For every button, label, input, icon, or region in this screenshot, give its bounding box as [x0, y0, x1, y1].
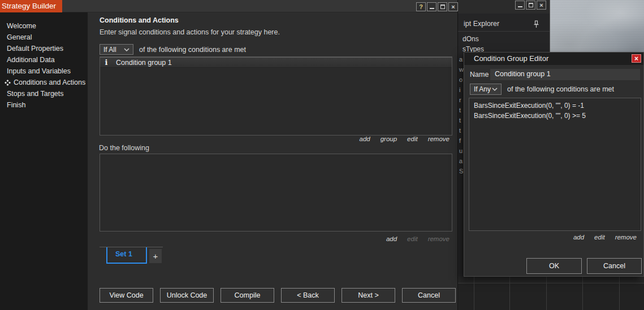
help-button[interactable]: ?: [416, 2, 426, 11]
condition-groups-list[interactable]: i Condition group 1: [100, 56, 452, 136]
condition-links: add group edit remove: [283, 136, 449, 142]
minimize-button[interactable]: [427, 2, 436, 11]
add-set-button[interactable]: +: [149, 249, 162, 263]
explorer-titlebar: ×: [458, 0, 550, 14]
edit-link[interactable]: edit: [594, 234, 605, 241]
remove-link[interactable]: remove: [428, 136, 449, 142]
strategy-builder-window: Strategy Builder ? × Welcome General Def…: [0, 0, 458, 310]
grid-line: [474, 276, 474, 310]
info-icon: i: [102, 58, 110, 67]
grid-line: [582, 276, 583, 310]
add-link[interactable]: add: [386, 235, 397, 242]
grid-line: [546, 276, 547, 310]
condition-dropdown-caption: of the following conditions are met: [139, 46, 246, 54]
sidebar-item-default-properties[interactable]: Default Properties: [0, 43, 88, 54]
grid-line: [509, 276, 510, 310]
dialog-titlebar[interactable]: Condition Group Editor ×: [464, 53, 643, 65]
condition-group-label: Condition group 1: [116, 59, 172, 67]
close-button[interactable]: ×: [448, 2, 458, 11]
screen: × ipt Explorer dOns sTypes a w o i r t t…: [0, 0, 644, 310]
close-icon: ×: [634, 55, 638, 62]
strategy-builder-titlebar[interactable]: Strategy Builder ? ×: [0, 0, 457, 12]
condition-logic-dropdown[interactable]: If All: [100, 44, 133, 55]
cancel-button[interactable]: Cancel: [402, 288, 456, 303]
back-button[interactable]: < Back: [281, 288, 335, 303]
sidebar-item-stops-targets[interactable]: Stops and Targets: [0, 88, 88, 99]
group-dropdown-caption: of the following conditions are met: [507, 85, 614, 93]
maximize-button[interactable]: [526, 1, 535, 10]
chevron-down-icon: [492, 88, 498, 91]
explorer-header-label: ipt Explorer: [464, 20, 499, 28]
group-condition-links: add edit remove: [521, 234, 637, 241]
group-conditions-list[interactable]: BarsSinceExitExecution(0, "", 0) = -1 Ba…: [469, 98, 641, 231]
cancel-button[interactable]: Cancel: [587, 258, 642, 274]
actions-label: Do the following: [99, 144, 149, 152]
sidebar-item-label: Conditions and Actions: [14, 77, 85, 88]
ok-button[interactable]: OK: [526, 258, 582, 274]
wizard-sidebar: Welcome General Default Properties Addit…: [0, 12, 88, 310]
close-button[interactable]: ×: [537, 1, 546, 10]
maximize-button[interactable]: [438, 2, 447, 11]
add-link[interactable]: add: [573, 234, 584, 241]
grid-header-row: [458, 276, 644, 283]
close-button[interactable]: ×: [632, 54, 641, 63]
add-link[interactable]: add: [359, 136, 370, 142]
condition-item[interactable]: BarsSinceExitExecution(0, "", 0) >= 5: [474, 111, 641, 121]
actions-list[interactable]: [100, 154, 452, 232]
chevron-down-icon: [124, 48, 129, 51]
close-icon: ×: [539, 2, 543, 8]
condition-group-row[interactable]: i Condition group 1: [100, 57, 452, 68]
sidebar-item-welcome[interactable]: Welcome: [0, 20, 88, 32]
condition-group-editor-dialog: Condition Group Editor × Name Condition …: [464, 52, 644, 277]
name-field[interactable]: Condition group 1: [490, 69, 640, 80]
remove-link[interactable]: remove: [615, 234, 637, 241]
minimize-icon: [430, 5, 434, 9]
edit-link[interactable]: edit: [407, 235, 418, 242]
grid-line: [619, 276, 620, 310]
maximize-icon: [529, 3, 533, 7]
maximize-icon: [440, 5, 445, 9]
condition-item[interactable]: BarsSinceExitExecution(0, "", 0) = -1: [474, 101, 641, 111]
sidebar-item-inputs-variables[interactable]: Inputs and Variables: [0, 66, 88, 77]
unlock-code-button[interactable]: Unlock Code: [160, 288, 214, 303]
compile-button[interactable]: Compile: [221, 288, 274, 303]
dropdown-value: If All: [103, 46, 116, 54]
window-title: Strategy Builder: [0, 0, 62, 12]
dropdown-value: If Any: [474, 85, 491, 93]
tree-item[interactable]: dOns: [463, 35, 479, 43]
sidebar-item-additional-data[interactable]: Additional Data: [0, 54, 88, 66]
action-links: add edit remove: [317, 235, 449, 242]
help-icon: ?: [419, 4, 423, 10]
next-button[interactable]: Next >: [342, 288, 395, 303]
sidebar-item-finish[interactable]: Finish: [0, 99, 88, 111]
background-data-grid: [458, 276, 644, 310]
view-code-button[interactable]: View Code: [100, 288, 153, 303]
group-link[interactable]: group: [381, 136, 397, 142]
pin-icon[interactable]: [534, 20, 539, 30]
close-icon: ×: [451, 4, 455, 10]
name-label: Name: [470, 71, 489, 78]
sidebar-item-conditions-actions[interactable]: Conditions and Actions: [0, 77, 88, 88]
explorer-panel-header: ipt Explorer: [458, 17, 550, 32]
sidebar-item-general[interactable]: General: [0, 32, 88, 43]
minimize-button[interactable]: [515, 1, 525, 10]
diamond-cluster-icon: [5, 80, 11, 86]
dialog-title: Condition Group Editor: [474, 54, 548, 63]
page-title: Conditions and Actions: [100, 16, 179, 24]
desktop-wallpaper: [550, 0, 644, 52]
group-logic-dropdown[interactable]: If Any: [470, 84, 502, 95]
minimize-icon: [518, 3, 522, 7]
remove-link[interactable]: remove: [428, 235, 449, 242]
edit-link[interactable]: edit: [407, 136, 418, 142]
tab-set-1[interactable]: Set 1: [106, 247, 147, 264]
page-subtitle: Enter signal conditions and actions for …: [100, 28, 280, 36]
